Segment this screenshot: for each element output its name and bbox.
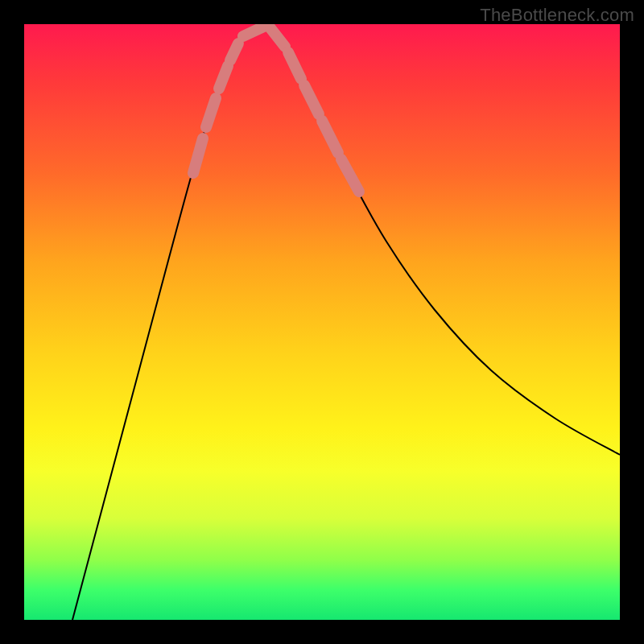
plot-area <box>24 24 620 620</box>
chart-svg <box>24 24 620 620</box>
marker-segment <box>206 98 216 127</box>
marker-segment <box>243 26 266 36</box>
marker-segment <box>270 28 285 47</box>
marker-segment <box>322 121 338 153</box>
bottleneck-curve-left <box>72 24 262 620</box>
marker-segment <box>219 66 228 89</box>
marker-segment <box>341 159 359 192</box>
marker-group <box>193 26 359 192</box>
marker-segment <box>230 43 238 60</box>
marker-segment <box>304 85 319 114</box>
watermark-text: TheBottleneck.com <box>480 5 634 26</box>
marker-segment <box>288 52 301 79</box>
bottleneck-curve-right <box>262 24 620 455</box>
marker-segment <box>193 138 203 173</box>
chart-frame: TheBottleneck.com <box>0 0 644 644</box>
